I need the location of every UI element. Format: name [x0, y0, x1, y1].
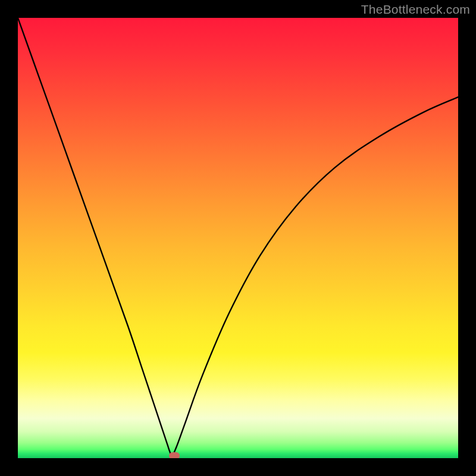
minimum-marker-icon — [169, 452, 180, 458]
watermark-text: TheBottleneck.com — [361, 2, 470, 17]
plot-area — [18, 18, 458, 458]
chart-frame: TheBottleneck.com — [0, 0, 476, 476]
bottleneck-curve — [18, 18, 458, 458]
